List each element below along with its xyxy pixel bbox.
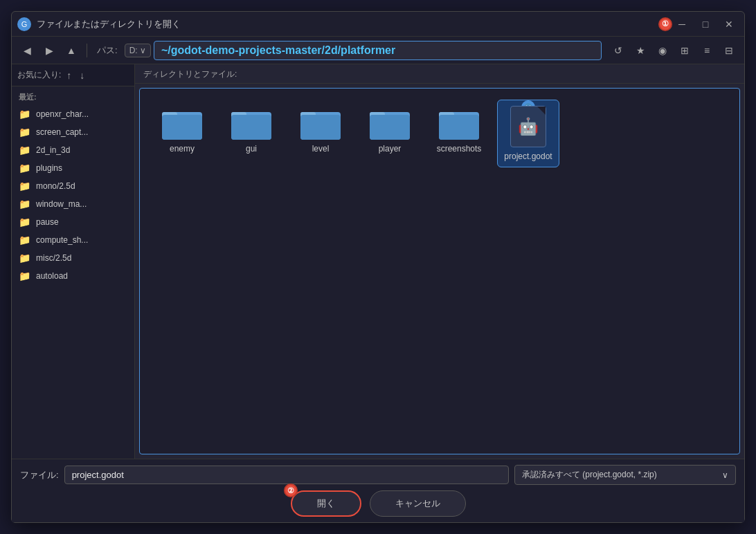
folder-svg xyxy=(370,105,410,140)
file-item-level[interactable]: level xyxy=(289,100,352,167)
app-icon: G xyxy=(17,17,31,31)
path-label: パス: xyxy=(97,44,118,57)
titlebar: G ファイルまたはディレクトリを開く ① ─ □ ✕ xyxy=(12,12,744,37)
folder-icon-screenshots xyxy=(439,105,479,140)
file-item-enemy[interactable]: enemy xyxy=(151,100,213,167)
svg-rect-14 xyxy=(439,115,479,140)
file-item-player[interactable]: player xyxy=(359,100,421,167)
filter-label: 承認済みすべて (project.godot, *.zip) xyxy=(522,469,657,481)
folder-icon: 📁 xyxy=(19,199,30,210)
up-button[interactable]: ▲ xyxy=(62,41,81,60)
window-controls: ─ □ ✕ xyxy=(672,15,739,34)
sidebar-item-label: autoload xyxy=(36,271,68,281)
file-name-level: level xyxy=(312,144,330,154)
file-name-enemy: enemy xyxy=(170,144,195,154)
sidebar-item-screen-capt[interactable]: 📁 screen_capt... xyxy=(12,123,134,141)
content-area: お気に入り: ↑ ↓ 最近: 📁 openxr_char... 📁 screen… xyxy=(12,64,744,459)
file-row: ファイル: 承認済みすべて (project.godot, *.zip) ∨ xyxy=(20,465,736,485)
svg-rect-11 xyxy=(370,115,410,140)
svg-rect-2 xyxy=(162,115,202,140)
file-item-project-godot[interactable]: 🤖 project.godot xyxy=(497,100,559,167)
sidebar-item-label: misc/2.5d xyxy=(36,253,71,263)
folder-icon-enemy xyxy=(162,105,202,140)
file-label: ファイル: xyxy=(20,469,59,481)
file-grid-container[interactable]: enemy gui xyxy=(139,88,740,454)
button-row: ② 開く キャンセル xyxy=(20,490,736,517)
minimize-button[interactable]: ─ xyxy=(672,15,692,34)
forward-button[interactable]: ▶ xyxy=(39,41,59,60)
list-view-button[interactable]: ≡ xyxy=(697,41,717,60)
folder-icon: 📁 xyxy=(19,234,30,246)
bottom-area: ファイル: 承認済みすべて (project.godot, *.zip) ∨ ②… xyxy=(12,459,744,522)
sidebar-item-plugins[interactable]: 📁 plugins xyxy=(12,159,134,177)
favorites-bar: お気に入り: ↑ ↓ xyxy=(12,64,134,86)
toolbar-right: ↺ ★ ◉ ⊞ ≡ ⊟ xyxy=(609,41,739,60)
folder-icon-level xyxy=(300,105,341,140)
file-item-gui[interactable]: gui xyxy=(220,100,282,167)
filter-arrow: ∨ xyxy=(722,470,728,480)
back-button[interactable]: ◀ xyxy=(17,41,37,60)
fav-up-button[interactable]: ↑ xyxy=(64,68,74,82)
grid-view-button[interactable]: ⊞ xyxy=(675,41,694,60)
open-button[interactable]: ② 開く xyxy=(291,490,361,517)
fav-down-button[interactable]: ↓ xyxy=(77,68,87,82)
folder-svg xyxy=(162,105,202,140)
folder-icon: 📁 xyxy=(19,127,30,138)
sidebar-item-label: 2d_in_3d xyxy=(36,145,70,155)
refresh-button[interactable]: ↺ xyxy=(609,41,628,60)
drive-selector[interactable]: D: ∨ xyxy=(125,44,151,57)
file-name-screenshots: screenshots xyxy=(437,144,482,154)
sidebar-item-label: mono/2.5d xyxy=(36,181,75,191)
toggle-button[interactable]: ◉ xyxy=(653,41,672,60)
sidebar-item-2d-in-3d[interactable]: 📁 2d_in_3d xyxy=(12,141,134,159)
close-button[interactable]: ✕ xyxy=(719,15,739,34)
godot-file-icon: 🤖 xyxy=(510,106,546,147)
sidebar-item-label: window_ma... xyxy=(36,199,87,209)
file-item-screenshots[interactable]: screenshots xyxy=(428,100,490,167)
file-grid: enemy gui xyxy=(140,89,739,178)
folder-icon: 📁 xyxy=(19,109,30,120)
open-button-label: 開く xyxy=(317,498,335,508)
extra-button[interactable]: ⊟ xyxy=(719,41,739,60)
sidebar-item-window-ma[interactable]: 📁 window_ma... xyxy=(12,195,134,213)
file-name-player: player xyxy=(379,144,402,154)
recent-label: 最近: xyxy=(12,86,134,105)
folder-icon: 📁 xyxy=(19,163,30,174)
dir-files-label: ディレクトリとファイル: xyxy=(135,64,744,84)
cancel-button[interactable]: キャンセル xyxy=(370,490,466,517)
sidebar-item-pause[interactable]: 📁 pause xyxy=(12,213,134,231)
dialog-title: ファイルまたはディレクトリを開く xyxy=(37,18,654,30)
sidebar-item-compute[interactable]: 📁 compute_sh... xyxy=(12,231,134,249)
folder-icon: 📁 xyxy=(19,181,30,192)
file-icon-container: 🤖 xyxy=(508,106,548,147)
sidebar-item-label: pause xyxy=(36,217,59,227)
bookmark-button[interactable]: ★ xyxy=(631,41,650,60)
maximize-button[interactable]: □ xyxy=(696,15,715,34)
folder-icon-gui xyxy=(231,105,271,140)
annotation-2: ② xyxy=(284,484,298,497)
sidebar-item-misc[interactable]: 📁 misc/2.5d xyxy=(12,249,134,267)
folder-icon: 📁 xyxy=(19,252,30,264)
filter-dropdown[interactable]: 承認済みすべて (project.godot, *.zip) ∨ xyxy=(514,465,736,485)
toolbar: ◀ ▶ ▲ パス: D: ∨ ~/godot-demo-projects-mas… xyxy=(12,37,744,64)
sidebar-item-label: openxr_char... xyxy=(36,109,89,119)
sidebar-item-label: compute_sh... xyxy=(36,235,88,245)
file-input[interactable] xyxy=(64,466,509,484)
dialog-window: G ファイルまたはディレクトリを開く ① ─ □ ✕ ◀ ▶ ▲ パス: D: … xyxy=(11,11,745,523)
sidebar-item-mono[interactable]: 📁 mono/2.5d xyxy=(12,177,134,195)
sidebar-item-autoload[interactable]: 📁 autoload xyxy=(12,267,134,285)
sidebar-item-label: plugins xyxy=(36,163,62,173)
favorites-label: お気に入り: xyxy=(17,69,61,81)
folder-icon-player xyxy=(370,105,410,140)
file-name-project-godot: project.godot xyxy=(504,151,552,161)
file-corner xyxy=(537,107,546,115)
folder-icon: 📁 xyxy=(19,217,30,228)
sidebar: お気に入り: ↑ ↓ 最近: 📁 openxr_char... 📁 screen… xyxy=(12,64,135,459)
sidebar-item-label: screen_capt... xyxy=(36,127,88,137)
sidebar-scroll[interactable]: 📁 openxr_char... 📁 screen_capt... 📁 2d_i… xyxy=(12,105,134,459)
sidebar-item-openxr[interactable]: 📁 openxr_char... xyxy=(12,105,134,123)
svg-rect-5 xyxy=(231,115,271,140)
file-name-gui: gui xyxy=(246,144,257,154)
toolbar-separator-1 xyxy=(87,44,87,57)
annotation-1: ① xyxy=(658,17,672,31)
